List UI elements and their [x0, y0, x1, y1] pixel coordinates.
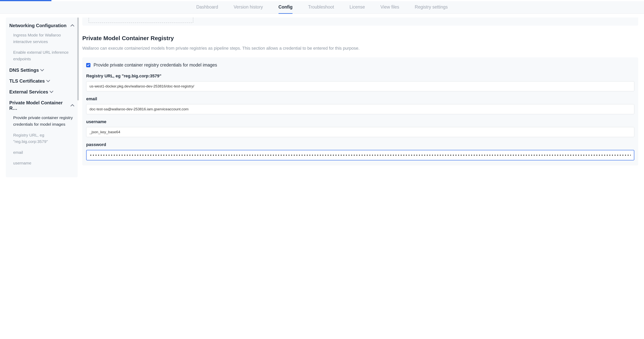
- tab-registry-settings[interactable]: Registry settings: [415, 1, 448, 14]
- sidebar-section-label: TLS Certificates: [9, 78, 45, 84]
- sidebar-item-provide-credentials[interactable]: Provide private container registry crede…: [13, 114, 78, 127]
- sidebar-section-label: DNS Settings: [9, 67, 39, 73]
- section-title: Private Model Container Registry: [82, 35, 638, 41]
- registry-url-label: Registry URL, eg "reg.big.corp:3579": [86, 73, 634, 78]
- email-input[interactable]: [86, 104, 634, 114]
- collapsed-placeholder: [88, 17, 193, 23]
- sidebar-item-username[interactable]: username: [13, 160, 78, 166]
- password-input[interactable]: [86, 150, 634, 160]
- sidebar-scrollbar[interactable]: [77, 17, 79, 100]
- top-nav: Dashboard Version history Config Trouble…: [0, 1, 644, 13]
- sidebar-section-label: External Services: [9, 89, 48, 95]
- sidebar-section-tls[interactable]: TLS Certificates: [9, 78, 78, 84]
- sidebar-section-external-services[interactable]: External Services: [9, 89, 78, 95]
- tab-view-files[interactable]: View files: [380, 1, 399, 14]
- tab-version-history[interactable]: Version history: [234, 1, 263, 14]
- email-label: email: [86, 96, 634, 101]
- main-content: Private Model Container Registry Wallaro…: [82, 17, 638, 177]
- chevron-up-icon: [70, 24, 74, 28]
- sidebar-section-label: Private Model Container R…: [9, 100, 69, 111]
- tab-config[interactable]: Config: [278, 1, 293, 14]
- chevron-up-icon: [70, 104, 74, 108]
- sidebar-section-dns[interactable]: DNS Settings: [9, 67, 78, 73]
- sidebar-item-ingress-mode[interactable]: Ingress Mode for Wallaroo interactive se…: [13, 32, 78, 45]
- tab-troubleshoot[interactable]: Troubleshoot: [308, 1, 334, 14]
- previous-section-card-edge: [82, 17, 638, 25]
- provide-credentials-checkbox[interactable]: [86, 63, 90, 67]
- chevron-down-icon: [40, 67, 44, 71]
- tab-dashboard[interactable]: Dashboard: [196, 1, 218, 14]
- sidebar-section-networking[interactable]: Networking Configuration: [9, 23, 78, 28]
- sidebar-section-private-registry[interactable]: Private Model Container R…: [9, 100, 78, 111]
- chevron-down-icon: [50, 89, 54, 93]
- sidebar-item-email[interactable]: email: [13, 149, 78, 156]
- username-input[interactable]: [86, 127, 634, 137]
- provide-credentials-row: Provide private container registry crede…: [86, 62, 634, 68]
- checkmark-icon: [87, 63, 90, 66]
- loading-progress-fill: [0, 0, 52, 1]
- sidebar-item-registry-url[interactable]: Registry URL, eg "reg.big.corp:3579": [13, 132, 78, 145]
- section-description: Wallaroo can execute containerized model…: [82, 45, 638, 51]
- username-label: username: [86, 119, 634, 124]
- sidebar-section-label: Networking Configuration: [9, 23, 66, 28]
- tab-license[interactable]: License: [350, 1, 365, 14]
- registry-url-input[interactable]: [86, 81, 634, 91]
- sidebar-item-external-url[interactable]: Enable external URL inference endpoints: [13, 49, 78, 62]
- provide-credentials-label: Provide private container registry crede…: [94, 62, 217, 68]
- loading-progress-bar: [0, 0, 644, 1]
- chevron-down-icon: [46, 78, 50, 82]
- registry-form-card: Provide private container registry crede…: [82, 57, 638, 165]
- password-label: password: [86, 142, 634, 147]
- config-sidebar: Networking Configuration Ingress Mode fo…: [6, 17, 78, 177]
